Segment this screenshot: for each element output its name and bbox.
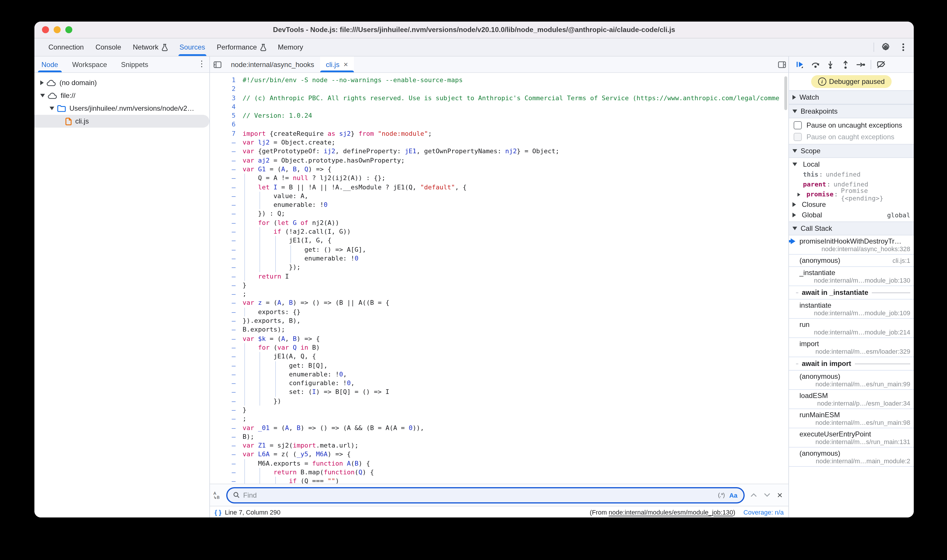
panel-tab-sources[interactable]: Sources (174, 38, 211, 56)
source-code-view[interactable]: 1#!/usr/bin/env -S node --no-warnings --… (210, 73, 788, 484)
callstack-frame[interactable]: _instantiatenode:internal/m…module_job:1… (789, 267, 914, 286)
panel-tab-memory[interactable]: Memory (272, 38, 309, 56)
find-next-icon[interactable] (763, 493, 770, 497)
line-gutter[interactable]: – (210, 147, 242, 156)
callstack-frame[interactable]: promiseInitHookWithDestroyTr…node:intern… (789, 235, 914, 255)
chevron-down-icon[interactable] (49, 107, 54, 110)
step-icon[interactable] (856, 59, 866, 70)
line-gutter[interactable]: – (210, 174, 242, 183)
line-gutter[interactable]: 5 (210, 111, 242, 120)
line-gutter[interactable]: – (210, 468, 242, 477)
checkbox[interactable] (794, 121, 802, 129)
line-gutter[interactable]: – (210, 334, 242, 343)
callstack-frame[interactable]: runMainESMnode:internal/m…es/run_main:98 (789, 409, 914, 428)
deactivate-breakpoints-icon[interactable] (876, 59, 886, 70)
line-gutter[interactable]: – (210, 317, 242, 325)
close-tab-icon[interactable]: × (344, 60, 348, 69)
hide-navigator-icon[interactable] (210, 57, 225, 72)
line-gutter[interactable]: – (210, 450, 242, 459)
line-gutter[interactable]: 2 (210, 85, 242, 94)
line-gutter[interactable]: – (210, 183, 242, 192)
scope-variable-promise[interactable]: promise:Promise {<pending>} (789, 189, 914, 199)
step-into-icon[interactable] (825, 59, 836, 70)
line-gutter[interactable]: – (210, 138, 242, 147)
resume-icon[interactable] (795, 59, 805, 70)
line-gutter[interactable]: – (210, 209, 242, 218)
kebab-menu-icon[interactable] (898, 42, 909, 53)
callstack-frame[interactable]: (anonymous)node:internal/m…es/run_main:9… (789, 371, 914, 390)
navigator-menu-kebab-icon[interactable]: ⋮ (198, 59, 206, 68)
callstack-frame[interactable]: (anonymous)cli.js:1 (789, 255, 914, 267)
settings-gear-icon[interactable] (880, 42, 891, 53)
regex-toggle-icon[interactable]: (.*) (718, 492, 725, 498)
line-gutter[interactable]: 6 (210, 120, 242, 129)
line-gutter[interactable]: – (210, 289, 242, 298)
line-gutter[interactable]: – (210, 370, 242, 379)
line-gutter[interactable]: – (210, 379, 242, 388)
chevron-right-icon[interactable] (793, 202, 796, 207)
editor-tab-cli-js[interactable]: cli.js× (320, 57, 354, 72)
line-gutter[interactable]: – (210, 192, 242, 201)
line-gutter[interactable]: – (210, 415, 242, 424)
match-case-toggle-icon[interactable]: Aa (729, 492, 737, 498)
callstack-frame[interactable]: instantiatenode:internal/m…module_job:10… (789, 300, 914, 319)
pretty-print-icon[interactable]: { } (214, 508, 221, 515)
line-gutter[interactable]: – (210, 343, 242, 352)
watch-section-header[interactable]: Watch (789, 90, 914, 104)
line-gutter[interactable]: 1 (210, 76, 242, 85)
callstack-frame[interactable]: executeUserEntryPointnode:internal/m…s/r… (789, 428, 914, 448)
line-gutter[interactable]: – (210, 218, 242, 228)
callstack-frame[interactable]: (anonymous)node:internal/m…main_module:2 (789, 448, 914, 467)
line-gutter[interactable]: – (210, 298, 242, 308)
line-gutter[interactable]: – (210, 441, 242, 450)
breakpoint-option[interactable]: Pause on caught exceptions (789, 131, 914, 143)
line-gutter[interactable]: – (210, 432, 242, 442)
chevron-right-icon[interactable] (40, 80, 44, 85)
line-gutter[interactable]: – (210, 165, 242, 174)
chevron-down-icon[interactable] (793, 163, 797, 166)
tree-item--no-domain-[interactable]: (no domain) (34, 76, 209, 89)
line-gutter[interactable]: 7 (210, 129, 242, 138)
line-gutter[interactable]: 3 (210, 94, 242, 103)
line-gutter[interactable]: – (210, 156, 242, 165)
line-gutter[interactable]: – (210, 227, 242, 236)
line-gutter[interactable]: – (210, 406, 242, 415)
tree-item-file-[interactable]: file:// (34, 89, 209, 102)
step-out-icon[interactable] (840, 59, 851, 70)
chevron-down-icon[interactable] (40, 94, 45, 97)
coverage-link[interactable]: Coverage: n/a (743, 508, 784, 515)
line-gutter[interactable]: – (210, 245, 242, 254)
open-drawer-icon[interactable] (778, 57, 786, 72)
navigator-tab-snippets[interactable]: Snippets (114, 57, 155, 72)
line-gutter[interactable]: – (210, 325, 242, 334)
line-gutter[interactable]: – (210, 352, 242, 361)
line-gutter[interactable]: – (210, 308, 242, 317)
callstack-section-header[interactable]: Call Stack (789, 222, 914, 235)
line-gutter[interactable]: – (210, 281, 242, 290)
line-gutter[interactable]: – (210, 459, 242, 468)
code-scrollbar[interactable] (784, 76, 787, 110)
line-gutter[interactable]: – (210, 263, 242, 272)
line-gutter[interactable]: – (210, 236, 242, 245)
find-input[interactable]: Find (.*) Aa (226, 487, 744, 503)
callstack-frame[interactable]: loadESMnode:internal/p…/esm_loader:34 (789, 390, 914, 409)
editor-tab-node-internal-async-hooks[interactable]: node:internal/async_hooks (225, 57, 320, 72)
line-gutter[interactable]: – (210, 423, 242, 432)
navigator-tab-node[interactable]: Node (34, 57, 65, 72)
scope-variable-this[interactable]: this:undefined (789, 169, 914, 180)
tree-item-cli-js[interactable]: cli.js (34, 115, 209, 128)
scope-group-local[interactable]: Local (789, 159, 914, 169)
navigator-tab-workspace[interactable]: Workspace (65, 57, 114, 72)
origin-link[interactable]: node:internal/modules/esm/module_job:130 (609, 508, 733, 515)
panel-tab-connection[interactable]: Connection (43, 38, 89, 56)
line-gutter[interactable]: – (210, 254, 242, 263)
close-find-icon[interactable]: × (777, 490, 782, 500)
panel-tab-performance[interactable]: Performance (211, 38, 272, 56)
scope-group-global[interactable]: Globalglobal (789, 210, 914, 220)
line-gutter[interactable]: – (210, 361, 242, 370)
line-gutter[interactable]: – (210, 388, 242, 397)
panel-tab-network[interactable]: Network (127, 38, 174, 56)
line-gutter[interactable]: – (210, 272, 242, 281)
line-gutter[interactable]: – (210, 200, 242, 209)
breakpoints-section-header[interactable]: Breakpoints (789, 104, 914, 118)
